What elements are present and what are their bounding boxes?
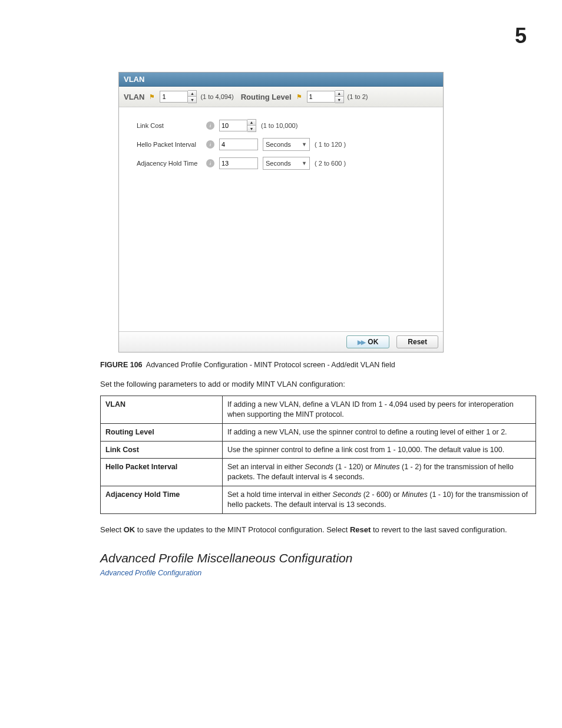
panel-title: VLAN [119,73,443,87]
param-name: Link Cost [101,441,223,459]
figure-caption: FIGURE 106 Advanced Profile Configuratio… [100,361,527,369]
routing-step-up[interactable]: ▲ [335,91,343,97]
link-cost-input[interactable] [219,120,247,131]
reset-button[interactable]: Reset [396,335,438,348]
param-desc: If adding a new VLAN, use the spinner co… [223,423,536,441]
info-icon[interactable]: i [206,121,214,130]
link-cost-step-up[interactable]: ▲ [247,120,256,126]
param-name: Hello Packet Interval [101,459,223,486]
fastforward-icon: ▶▶ [358,339,365,345]
hello-interval-unit-select[interactable]: Seconds ▼ [263,138,310,151]
param-desc: Set a hold time interval in either Secon… [223,486,536,514]
routing-step-down[interactable]: ▼ [335,97,343,103]
chevron-down-icon: ▼ [302,160,307,166]
hello-interval-range: ( 1 to 120 ) [315,141,346,148]
vlan-range-hint: (1 to 4,094) [200,93,233,100]
table-row: Link Cost Use the spinner control to def… [101,441,536,459]
adjacency-hold-unit: Seconds [266,160,291,167]
table-row: Hello Packet Interval Set an interval in… [101,459,536,486]
link-cost-step-down[interactable]: ▼ [247,126,256,131]
param-desc: Set an interval in either Seconds (1 - 1… [223,459,536,486]
intro-paragraph: Set the following parameters to add or m… [100,380,527,390]
vlan-step-up[interactable]: ▲ [188,91,196,97]
table-row: Adjacency Hold Time Set a hold time inte… [101,486,536,514]
breadcrumb-link[interactable]: Advanced Profile Configuration [100,569,527,577]
link-cost-stepper[interactable]: ▲ ▼ [219,119,256,132]
closing-paragraph: Select OK to save the updates to the MIN… [100,525,527,535]
vlan-stepper[interactable]: ▲ ▼ [160,90,197,103]
routing-level-label: Routing Level [241,93,292,101]
routing-level-input[interactable] [307,91,335,103]
table-row: Routing Level If adding a new VLAN, use … [101,423,536,441]
param-desc: Use the spinner control to define a link… [223,441,536,459]
chevron-down-icon: ▼ [302,141,307,147]
routing-level-stepper[interactable]: ▲ ▼ [307,90,344,103]
figure-caption-text: Advanced Profile Configuration - MINT Pr… [146,361,395,369]
parameters-table: VLAN If adding a new VLAN, define a VLAN… [100,396,536,514]
section-heading: Advanced Profile Miscellaneous Configura… [100,551,527,565]
link-cost-row: Link Cost i ▲ ▼ (1 to 10,000) [137,119,425,132]
panel-top-row: VLAN ⚑ ▲ ▼ (1 to 4,094) Routing Level ⚑ … [119,87,443,107]
link-cost-range: (1 to 10,000) [261,122,297,129]
adjacency-hold-row: Adjacency Hold Time i Seconds ▼ ( 2 to 6… [137,157,425,170]
chapter-number: 5 [35,24,527,48]
ok-button-label: OK [368,338,378,346]
info-icon[interactable]: i [206,159,214,167]
vlan-field-label: VLAN [124,93,144,101]
panel-footer: ▶▶ OK Reset [119,331,443,352]
param-name: Routing Level [101,423,223,441]
vlan-input[interactable] [160,91,188,103]
hello-interval-label: Hello Packet Interval [137,141,201,148]
hello-interval-unit: Seconds [266,141,291,148]
reset-button-label: Reset [408,338,427,346]
adjacency-hold-input[interactable] [219,157,258,169]
figure-label: FIGURE 106 [100,361,143,369]
vlan-step-down[interactable]: ▼ [188,97,196,103]
ok-button[interactable]: ▶▶ OK [346,335,389,348]
adjacency-hold-range: ( 2 to 600 ) [315,160,346,167]
hello-interval-input[interactable] [219,139,258,150]
flag-icon[interactable]: ⚑ [295,93,303,101]
link-cost-label: Link Cost [137,122,201,129]
panel-body: Link Cost i ▲ ▼ (1 to 10,000) Hello Pack… [119,107,443,331]
param-desc: If adding a new VLAN, define a VLAN ID f… [223,396,536,423]
param-name: VLAN [101,396,223,423]
flag-icon[interactable]: ⚑ [148,93,156,101]
table-row: VLAN If adding a new VLAN, define a VLAN… [101,396,536,423]
routing-range-hint: (1 to 2) [348,93,368,100]
hello-interval-row: Hello Packet Interval i Seconds ▼ ( 1 to… [137,138,425,151]
vlan-panel: VLAN VLAN ⚑ ▲ ▼ (1 to 4,094) Routing Lev… [118,72,444,353]
param-name: Adjacency Hold Time [101,486,223,514]
adjacency-hold-unit-select[interactable]: Seconds ▼ [263,157,310,170]
adjacency-hold-label: Adjacency Hold Time [137,160,201,167]
info-icon[interactable]: i [206,140,214,149]
